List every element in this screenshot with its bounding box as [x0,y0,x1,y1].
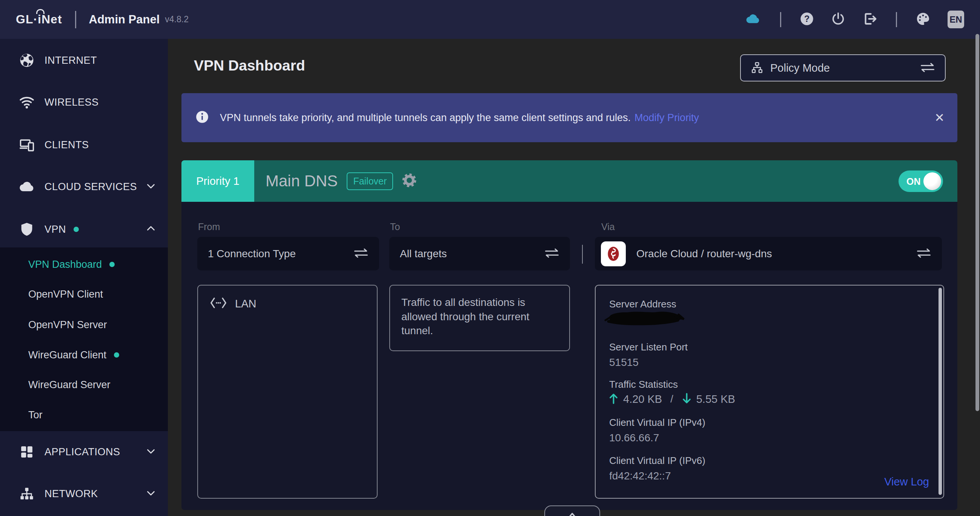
sidebar-item-wireless[interactable]: WIRELESS [0,90,168,115]
sidebar-item-openvpn-server[interactable]: OpenVPN Server [0,315,168,334]
traffic-download-value: 5.55 KB [696,393,735,406]
firmware-version: v4.8.2 [165,14,189,24]
sidebar-item-label: APPLICATIONS [45,446,120,458]
tunnel-settings-button[interactable] [401,172,417,190]
tunnel-on-toggle[interactable]: ON [899,170,943,192]
tunnel-name: Main DNS [266,172,337,190]
download-arrow-icon [682,393,692,406]
sidebar-item-wireguard-server[interactable]: WireGuard Server [0,375,168,394]
chevron-up-icon [565,508,579,516]
details-scrollbar[interactable] [939,288,942,495]
collapse-card-button[interactable] [544,505,600,516]
listen-port-value: 51515 [609,357,639,368]
vpn-dashboard-active-dot [110,262,115,267]
cloud-icon [18,178,35,195]
top-header-bar: GL·iNet Admin Panel v4.8.2 ? [0,0,980,39]
power-icon [831,12,845,27]
sidebar-item-clients[interactable]: CLIENTS [0,132,168,157]
page-scrollbar[interactable] [975,34,979,411]
swap-mode-icon [920,62,935,74]
sidebar-item-network[interactable]: NETWORK [0,481,168,506]
language-selector[interactable]: EN [948,11,964,28]
theme-button[interactable] [915,11,931,28]
gear-icon [401,172,417,190]
ipv4-value: 10.66.66.7 [609,432,659,444]
vpn-active-dot [73,227,79,232]
sidebar-item-internet[interactable]: INTERNET [0,48,168,73]
via-dropdown[interactable]: Oracle Cloud / router-wg-dns [595,237,942,271]
chevron-up-icon [145,222,157,237]
devices-icon [18,137,35,153]
traffic-statistics-row: 4.20 KB / 5.55 KB [608,393,735,406]
cloud-status-button[interactable] [744,11,762,27]
lan-icon [210,297,227,311]
via-value: Oracle Cloud / router-wg-dns [636,248,772,260]
modify-priority-link[interactable]: Modify Priority [635,112,699,124]
to-label: To [390,221,400,233]
from-dropdown[interactable]: 1 Connection Type [197,237,379,271]
via-label: Via [601,221,615,233]
sidebar-item-label: NETWORK [45,488,98,500]
sidebar-item-label: VPN [45,224,66,236]
sidebar-item-wireguard-client[interactable]: WireGuard Client [0,346,168,365]
close-icon[interactable]: ✕ [934,110,945,125]
logout-button[interactable] [862,11,878,28]
sidebar-item-applications[interactable]: APPLICATIONS [0,440,168,464]
sidebar-nav: INTERNET WIRELESS CLIENTS CLOUD SERVICES… [0,39,168,516]
source-item-lan: LAN [198,285,377,311]
view-log-link[interactable]: View Log [884,476,929,488]
reboot-button[interactable] [831,12,845,27]
vpn-submenu: VPN Dashboard OpenVPN Client OpenVPN Ser… [0,247,168,431]
page-title: VPN Dashboard [194,57,305,74]
header-divider [780,12,781,27]
target-note-box: Traffic to all destinations is allowed t… [389,285,570,351]
from-value: 1 Connection Type [208,248,296,260]
network-tree-icon [18,486,35,502]
logo-text-i: i [38,13,41,26]
toggle-on-label: ON [907,176,921,187]
policy-mode-label: Policy Mode [770,62,913,74]
to-value: All targets [400,248,447,260]
logo-text-pre: GL· [16,13,38,26]
svg-text:?: ? [804,14,810,24]
submenu-item-label: OpenVPN Client [28,288,103,300]
from-label: From [198,221,220,233]
logo-text-post: Net [41,13,62,26]
submenu-item-label: OpenVPN Server [28,319,107,331]
help-button[interactable]: ? [799,11,815,27]
traffic-statistics-label: Traffic Statistics [609,379,678,390]
sidebar-item-label: CLIENTS [45,139,89,151]
palette-icon [915,11,931,28]
sidebar-item-vpn[interactable]: VPN [0,217,168,242]
chevron-down-icon [145,487,157,501]
sidebar-item-openvpn-client[interactable]: OpenVPN Client [0,285,168,304]
help-icon: ? [799,11,815,27]
sidebar-item-label: INTERNET [45,55,97,66]
header-divider [75,11,76,28]
source-lan-label: LAN [235,298,256,310]
sidebar-item-cloud-services[interactable]: CLOUD SERVICES [0,174,168,199]
banner-message: VPN tunnels take priority, and multiple … [220,112,631,124]
cloud-icon [744,11,762,27]
sidebar-item-tor[interactable]: Tor [0,406,168,424]
server-address-label: Server Address [609,298,676,310]
admin-panel-title: Admin Panel [89,13,160,26]
submenu-item-label: WireGuard Server [28,379,111,391]
wireguard-client-active-dot [114,352,119,358]
swap-icon [353,247,369,260]
submenu-item-label: VPN Dashboard [28,259,102,271]
header-divider [896,12,897,27]
policy-mode-button[interactable]: Policy Mode [740,54,946,81]
tunnel-card: Priority 1 Main DNS Failover ON From To … [181,160,958,510]
policy-sitemap-icon [751,61,764,75]
sidebar-item-vpn-dashboard[interactable]: VPN Dashboard [0,255,168,274]
chevron-down-icon [145,180,157,194]
wireguard-logo-icon [601,241,626,266]
logout-icon [862,11,878,28]
vpn-dashboard-page: { "header": { "logo_pre": "GL·", "logo_i… [0,0,980,516]
submenu-item-label: WireGuard Client [28,349,107,361]
apps-grid-icon [18,444,35,460]
listen-port-label: Server Listen Port [609,341,688,353]
to-dropdown[interactable]: All targets [389,237,570,271]
traffic-upload-value: 4.20 KB [623,393,662,406]
